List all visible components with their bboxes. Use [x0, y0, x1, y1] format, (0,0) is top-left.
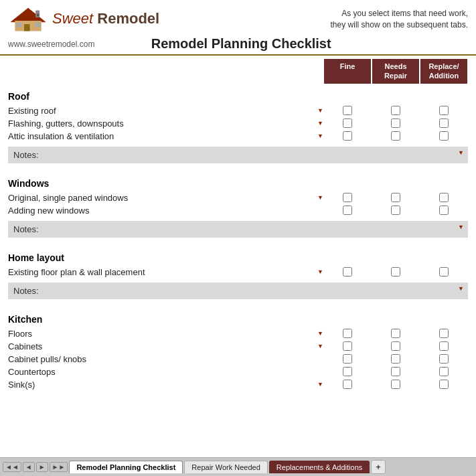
svg-marker-0: [11, 8, 45, 22]
indicator-icon: ▼: [317, 268, 323, 275]
col-needs-repair: NeedsRepair: [372, 58, 420, 84]
tab-replacements-additions[interactable]: Replacements & Additions: [269, 461, 370, 473]
list-item: Flashing, gutters, downspouts ▼: [8, 117, 468, 130]
checkbox-repair[interactable]: [391, 106, 400, 115]
list-item: Original, single paned windows ▼: [8, 191, 468, 204]
svg-rect-4: [35, 23, 40, 27]
checkbox-replace[interactable]: [439, 193, 449, 202]
checkbox-fine[interactable]: [343, 118, 352, 128]
checkbox-replace[interactable]: [439, 380, 449, 389]
checkbox-fine[interactable]: [343, 106, 352, 115]
nav-prev-button[interactable]: ◄: [23, 462, 35, 472]
notes-label: Notes:: [13, 150, 39, 160]
section-title-home-layout: Home layout: [8, 246, 468, 266]
checkbox-repair[interactable]: [391, 118, 400, 128]
top-message-line1: As you select items that need work,: [341, 9, 468, 18]
indicator-icon: ▼: [317, 107, 323, 114]
checkbox-repair[interactable]: [391, 267, 400, 276]
notes-row-home-layout[interactable]: Notes:: [8, 283, 468, 299]
list-item: Attic insulation & ventilation ▼: [8, 130, 468, 143]
checkbox-group: [323, 118, 468, 128]
section-title-kitchen: Kitchen: [8, 307, 468, 327]
notes-row-roof[interactable]: Notes:: [8, 147, 468, 163]
tab-label: Remodel Planning Checklist: [76, 463, 175, 471]
svg-rect-6: [37, 14, 39, 16]
list-item: Cabinets ▼: [8, 340, 468, 353]
list-item: Adding new windows: [8, 204, 468, 217]
indicator-icon: ▼: [317, 194, 323, 201]
page-title: Remodel Planning Checklist: [94, 36, 388, 52]
item-label: Adding new windows: [8, 206, 321, 216]
checkbox-group: [323, 341, 468, 351]
nav-first-button[interactable]: ◄◄: [3, 462, 21, 472]
main-content: Roof Existing roof ▼ Flashing, gutters, …: [0, 84, 476, 457]
checkbox-replace[interactable]: [439, 131, 449, 141]
checkbox-replace[interactable]: [439, 118, 449, 128]
item-label: Floors: [8, 329, 317, 339]
add-tab-button[interactable]: +: [371, 460, 386, 474]
column-headers: Fine NeedsRepair Replace/Addition: [0, 56, 476, 84]
item-label: Flashing, gutters, downspouts: [8, 118, 317, 129]
item-label: Cabinet pulls/ knobs: [8, 354, 321, 364]
checkbox-fine[interactable]: [343, 267, 352, 276]
checkbox-group: [323, 380, 468, 389]
checkbox-replace[interactable]: [439, 354, 449, 364]
checkbox-replace[interactable]: [439, 206, 449, 215]
col-fine: Fine: [323, 58, 372, 84]
checkbox-replace[interactable]: [439, 367, 449, 376]
checkbox-replace[interactable]: [439, 341, 449, 351]
item-label: Sink(s): [8, 380, 317, 390]
tab-label: Replacements & Additions: [276, 463, 362, 471]
logo-icon: Sweet Remodel: [8, 5, 159, 32]
tab-bar: ◄◄ ◄ ► ►► Remodel Planning Checklist Rep…: [0, 457, 476, 476]
checkbox-replace[interactable]: [439, 329, 449, 338]
svg-rect-3: [17, 23, 22, 27]
list-item: Existing roof ▼: [8, 104, 468, 117]
list-item: Sink(s) ▼: [8, 378, 468, 391]
checkbox-repair[interactable]: [391, 341, 400, 351]
tab-label: Repair Work Needed: [191, 463, 260, 471]
list-item: Countertops: [8, 366, 468, 378]
checkbox-fine[interactable]: [343, 329, 352, 338]
checkbox-fine[interactable]: [343, 131, 352, 141]
item-label: Original, single paned windows: [8, 193, 317, 203]
col-replace: Replace/Addition: [420, 58, 468, 84]
tab-repair-work-needed[interactable]: Repair Work Needed: [184, 461, 268, 473]
checkbox-fine[interactable]: [343, 354, 352, 364]
notes-row-windows[interactable]: Notes:: [8, 221, 468, 238]
checkbox-fine[interactable]: [343, 367, 352, 376]
checkbox-repair[interactable]: [391, 380, 400, 389]
nav-next-button[interactable]: ►: [36, 462, 48, 472]
checkbox-group: [323, 131, 468, 141]
tab-remodel-planning-checklist[interactable]: Remodel Planning Checklist: [69, 461, 183, 473]
nav-last-button[interactable]: ►►: [50, 462, 68, 472]
checkbox-group: [323, 206, 468, 215]
item-label: Existing roof: [8, 106, 317, 116]
checkbox-repair[interactable]: [391, 193, 400, 202]
svg-rect-2: [24, 24, 30, 31]
checkbox-replace[interactable]: [439, 267, 449, 276]
indicator-icon: ▼: [317, 120, 323, 127]
website-url: www.sweetremodel.com: [8, 39, 94, 49]
checkbox-group: [323, 367, 468, 376]
brand-remodel: Remodel: [97, 10, 159, 27]
indicator-icon: ▼: [317, 343, 323, 349]
item-label: Countertops: [8, 367, 321, 377]
checkbox-repair[interactable]: [391, 354, 400, 364]
checkbox-fine[interactable]: [343, 193, 352, 202]
notes-label: Notes:: [13, 286, 39, 296]
checkbox-fine[interactable]: [343, 341, 352, 351]
checkbox-repair[interactable]: [391, 131, 400, 141]
section-title-roof: Roof: [8, 84, 468, 104]
item-label: Attic insulation & ventilation: [8, 131, 317, 141]
checkbox-repair[interactable]: [391, 329, 400, 338]
checkbox-group: [323, 329, 468, 338]
checkbox-fine[interactable]: [343, 380, 352, 389]
checkbox-repair[interactable]: [391, 367, 400, 376]
house-logo-icon: [8, 5, 48, 32]
section-title-windows: Windows: [8, 171, 468, 191]
checkbox-repair[interactable]: [391, 206, 400, 215]
checkbox-replace[interactable]: [439, 106, 449, 115]
checkbox-fine[interactable]: [343, 206, 352, 215]
item-label: Existing floor plan & wall placement: [8, 267, 317, 277]
